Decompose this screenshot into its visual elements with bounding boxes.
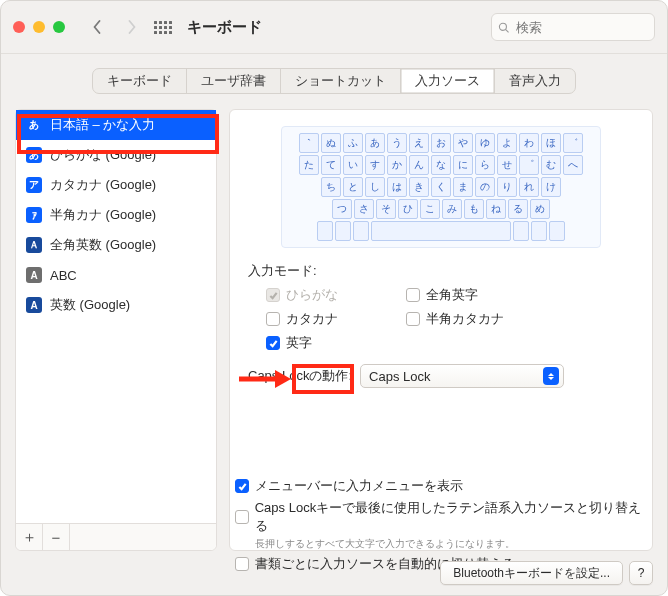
keyboard-key: の (475, 177, 495, 197)
input-source-badge: ア (26, 177, 42, 193)
keyboard-key: ほ (541, 133, 561, 153)
input-source-label: 日本語 – かな入力 (50, 116, 155, 134)
keyboard-key (513, 221, 529, 241)
mode-eiji[interactable]: 英字 (266, 334, 406, 352)
preferences-window: キーボード キーボードユーザ辞書ショートカット入力ソース音声入力 あ日本語 – … (0, 0, 668, 596)
input-source-badge: あ (26, 117, 42, 133)
tab-keyboard[interactable]: キーボード (93, 69, 187, 93)
tab-input-sources[interactable]: 入力ソース (401, 69, 495, 93)
keyboard-key: ゛ (563, 133, 583, 153)
keyboard-key: れ (519, 177, 539, 197)
mode-hankaku-katakana-label: 半角カタカナ (426, 310, 504, 328)
toolbar: キーボード (1, 1, 667, 54)
keyboard-key: ゜ (519, 155, 539, 175)
forward-button[interactable] (119, 15, 143, 39)
back-button[interactable] (85, 15, 109, 39)
keyboard-key: い (343, 155, 363, 175)
keyboard-key: た (299, 155, 319, 175)
input-source-label: ひらがな (Google) (50, 146, 156, 164)
keyboard-key: て (321, 155, 341, 175)
caps-lock-label: Caps Lockの動作: (248, 367, 352, 385)
keyboard-key (531, 221, 547, 241)
minimize-window-button[interactable] (33, 21, 45, 33)
keyboard-layout-preview: ｀ぬふあうえおやゆよわほ゛たていすかんなにらせ゜むへちとしはきくまのりれけつさそ… (281, 126, 601, 248)
input-mode-group: ひらがな 全角英字 カタカナ 半角カタカナ 英字 (266, 286, 634, 352)
keyboard-key: へ (563, 155, 583, 175)
input-source-label: ABC (50, 268, 77, 283)
search-input[interactable] (514, 19, 648, 36)
caps-lock-value: Caps Lock (369, 369, 430, 384)
keyboard-key: め (530, 199, 550, 219)
input-source-item[interactable]: あひらがな (Google) (16, 140, 216, 170)
tab-user-dictionary[interactable]: ユーザ辞書 (187, 69, 281, 93)
input-mode-label: 入力モード: (248, 262, 634, 280)
keyboard-key: す (365, 155, 385, 175)
keyboard-key: ま (453, 177, 473, 197)
input-source-label: 半角カナ (Google) (50, 206, 156, 224)
mode-zenkaku-eiji[interactable]: 全角英字 (406, 286, 546, 304)
option-show-input-menu[interactable]: メニューバーに入力メニューを表示 (235, 477, 645, 495)
input-source-item[interactable]: ｱ半角カナ (Google) (16, 200, 216, 230)
input-source-item[interactable]: A英数 (Google) (16, 290, 216, 320)
keyboard-key: な (431, 155, 451, 175)
search-icon (498, 21, 509, 34)
keyboard-key: あ (365, 133, 385, 153)
input-source-item[interactable]: Ａ全角英数 (Google) (16, 230, 216, 260)
input-source-item[interactable]: あ日本語 – かな入力 (16, 110, 216, 140)
checkbox-icon (235, 479, 249, 493)
keyboard-key: ｀ (299, 133, 319, 153)
keyboard-key: く (431, 177, 451, 197)
keyboard-key: も (464, 199, 484, 219)
tab-bar: キーボードユーザ辞書ショートカット入力ソース音声入力 (1, 68, 667, 94)
bluetooth-keyboard-button[interactable]: Bluetoothキーボードを設定... (440, 561, 623, 585)
help-button[interactable]: ? (629, 561, 653, 585)
show-all-prefs-button[interactable] (153, 17, 173, 37)
keyboard-key: こ (420, 199, 440, 219)
checkbox-icon (235, 510, 249, 524)
keyboard-key: け (541, 177, 561, 197)
mode-katakana[interactable]: カタカナ (266, 310, 406, 328)
keyboard-key: ら (475, 155, 495, 175)
input-source-label: 全角英数 (Google) (50, 236, 156, 254)
keyboard-key: え (409, 133, 429, 153)
keyboard-key (371, 221, 511, 241)
mode-eiji-label: 英字 (286, 334, 312, 352)
keyboard-key: つ (332, 199, 352, 219)
keyboard-key: り (497, 177, 517, 197)
checkbox-icon (235, 557, 249, 571)
checkbox-icon (266, 336, 280, 350)
input-source-badge: ｱ (26, 207, 42, 223)
search-field[interactable] (491, 13, 655, 41)
option-show-input-menu-label: メニューバーに入力メニューを表示 (255, 477, 463, 495)
footer: Bluetoothキーボードを設定... ? (440, 561, 653, 585)
input-source-item[interactable]: AABC (16, 260, 216, 290)
tab-dictation[interactable]: 音声入力 (495, 69, 575, 93)
keyboard-key: わ (519, 133, 539, 153)
add-source-button[interactable]: ＋ (16, 524, 43, 550)
mode-zenkaku-eiji-label: 全角英字 (426, 286, 478, 304)
keyboard-key: ぬ (321, 133, 341, 153)
keyboard-key: み (442, 199, 462, 219)
caps-lock-select[interactable]: Caps Lock (360, 364, 564, 388)
close-window-button[interactable] (13, 21, 25, 33)
input-source-item[interactable]: アカタカナ (Google) (16, 170, 216, 200)
input-source-badge: あ (26, 147, 42, 163)
input-source-badge: Ａ (26, 237, 42, 253)
keyboard-key (317, 221, 333, 241)
keyboard-key: や (453, 133, 473, 153)
remove-source-button[interactable]: − (43, 524, 70, 550)
keyboard-key: そ (376, 199, 396, 219)
input-source-label: カタカナ (Google) (50, 176, 156, 194)
keyboard-key: ね (486, 199, 506, 219)
mode-hiragana-label: ひらがな (286, 286, 338, 304)
tab-shortcuts[interactable]: ショートカット (281, 69, 401, 93)
option-caps-switch[interactable]: Caps Lockキーで最後に使用したラテン語系入力ソースと切り替える (235, 499, 645, 535)
mode-hankaku-katakana[interactable]: 半角カタカナ (406, 310, 546, 328)
input-source-badge: A (26, 297, 42, 313)
input-source-list: あ日本語 – かな入力あひらがな (Google)アカタカナ (Google)ｱ… (15, 109, 217, 551)
zoom-window-button[interactable] (53, 21, 65, 33)
keyboard-key: と (343, 177, 363, 197)
input-source-badge: A (26, 267, 42, 283)
checkbox-icon (406, 288, 420, 302)
keyboard-key: お (431, 133, 451, 153)
